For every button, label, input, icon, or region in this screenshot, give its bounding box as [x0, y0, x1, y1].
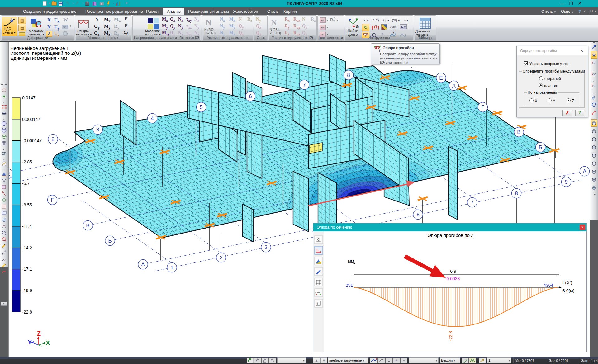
svg-text:L(X'): L(X') [562, 280, 572, 285]
svg-text:Е: Е [439, 75, 443, 81]
svg-text:0.0033: 0.0033 [447, 276, 460, 281]
svg-text:-17.1: -17.1 [22, 267, 32, 272]
svg-text:8: 8 [347, 72, 350, 78]
svg-text:-14.2: -14.2 [22, 245, 32, 250]
svg-text:Г: Г [51, 197, 54, 203]
svg-text:2: 2 [220, 255, 222, 261]
svg-text:1: 1 [320, 269, 322, 272]
svg-text:Нелинейное загружение 1: Нелинейное загружение 1 [10, 45, 69, 51]
svg-text:9: 9 [565, 179, 567, 185]
svg-text:-11.4: -11.4 [22, 224, 32, 229]
svg-text:-22.8: -22.8 [448, 331, 453, 341]
svg-text:А: А [141, 262, 145, 267]
svg-text:В: В [86, 223, 89, 229]
svg-text:3: 3 [96, 127, 99, 133]
svg-text:4: 4 [151, 116, 154, 121]
svg-text:8: 8 [515, 191, 518, 196]
svg-text:7: 7 [471, 200, 473, 206]
svg-text:7: 7 [303, 82, 306, 88]
svg-text:5: 5 [200, 104, 202, 110]
svg-text:-8.55: -8.55 [22, 202, 32, 207]
svg-text:В: В [517, 129, 520, 135]
svg-text:Единицы измерения - мм: Единицы измерения - мм [10, 55, 67, 61]
svg-text:Б: Б [539, 144, 542, 150]
svg-text:0.000147: 0.000147 [22, 117, 40, 122]
svg-text:Эпюра прогибов по Z: Эпюра прогибов по Z [428, 233, 474, 238]
svg-text:0.0147: 0.0147 [22, 95, 36, 100]
svg-text:6.9: 6.9 [450, 269, 456, 274]
svg-text:Е: Е [9, 171, 10, 177]
svg-text:251: 251 [346, 283, 353, 288]
svg-text:-19.9: -19.9 [22, 288, 32, 293]
svg-text:мм: мм [348, 259, 354, 264]
svg-text:X: X [46, 339, 50, 346]
svg-text:-0.000147: -0.000147 [22, 138, 42, 143]
svg-text:EF: EF [2, 152, 6, 155]
svg-text:XZ: XZ [592, 61, 596, 64]
svg-text:Б: Б [108, 238, 112, 244]
svg-text:6.9(м): 6.9(м) [562, 288, 574, 293]
svg-text:f: f [379, 48, 381, 52]
svg-text:G: G [35, 19, 42, 29]
svg-text:Изополя перемещений по Z(G): Изополя перемещений по Z(G) [10, 50, 81, 56]
svg-text:-2.85: -2.85 [22, 159, 32, 164]
svg-text:6: 6 [317, 304, 318, 306]
svg-text:YZ: YZ [592, 84, 596, 87]
svg-text:Г: Г [481, 104, 484, 110]
svg-text:G: G [356, 24, 359, 29]
svg-text:6: 6 [416, 212, 419, 218]
svg-text:XY: XY [592, 73, 596, 76]
svg-text:Д: Д [452, 83, 456, 89]
svg-text:1: 1 [170, 265, 173, 271]
svg-text:max: max [315, 291, 320, 294]
svg-text:А: А [583, 168, 586, 174]
svg-text:4364: 4364 [543, 283, 553, 288]
svg-text:Y: Y [28, 339, 32, 346]
svg-text:Z: Z [37, 330, 41, 337]
svg-text:-5.7: -5.7 [22, 181, 30, 186]
svg-text:-22.8: -22.8 [22, 310, 32, 314]
svg-text:6: 6 [249, 93, 252, 99]
svg-text:2: 2 [51, 136, 54, 142]
svg-text:3: 3 [264, 244, 267, 250]
